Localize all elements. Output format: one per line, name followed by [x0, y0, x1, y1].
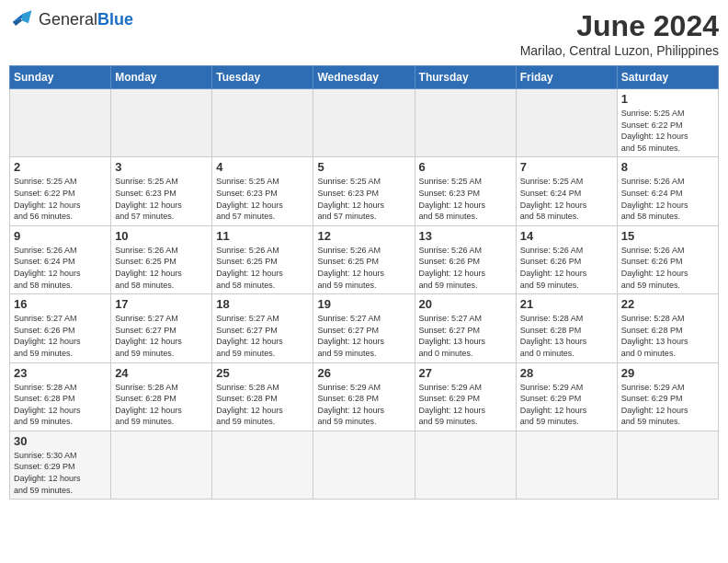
day-info: Sunrise: 5:28 AM Sunset: 6:28 PM Dayligh… [520, 313, 613, 359]
calendar-cell [516, 89, 617, 157]
calendar-cell: 6Sunrise: 5:25 AM Sunset: 6:23 PM Daylig… [415, 157, 516, 225]
calendar-cell: 13Sunrise: 5:26 AM Sunset: 6:26 PM Dayli… [415, 225, 516, 293]
day-number: 14 [520, 229, 613, 243]
day-info: Sunrise: 5:27 AM Sunset: 6:27 PM Dayligh… [317, 313, 410, 359]
day-number: 5 [317, 160, 410, 174]
day-number: 22 [621, 297, 714, 311]
weekday-header-thursday: Thursday [415, 66, 516, 89]
day-number: 9 [14, 229, 107, 243]
day-info: Sunrise: 5:26 AM Sunset: 6:26 PM Dayligh… [520, 245, 613, 291]
calendar-cell: 11Sunrise: 5:26 AM Sunset: 6:25 PM Dayli… [212, 225, 313, 293]
day-info: Sunrise: 5:26 AM Sunset: 6:24 PM Dayligh… [14, 245, 107, 291]
calendar-cell: 25Sunrise: 5:28 AM Sunset: 6:28 PM Dayli… [212, 362, 313, 431]
calendar-cell: 4Sunrise: 5:25 AM Sunset: 6:23 PM Daylig… [212, 157, 313, 225]
day-info: Sunrise: 5:29 AM Sunset: 6:29 PM Dayligh… [419, 382, 512, 428]
day-number: 19 [317, 297, 410, 311]
day-number: 28 [520, 366, 613, 380]
calendar-cell: 14Sunrise: 5:26 AM Sunset: 6:26 PM Dayli… [516, 225, 617, 293]
day-info: Sunrise: 5:25 AM Sunset: 6:22 PM Dayligh… [14, 176, 107, 222]
calendar-week-3: 9Sunrise: 5:26 AM Sunset: 6:24 PM Daylig… [10, 225, 719, 293]
calendar-week-5: 23Sunrise: 5:28 AM Sunset: 6:28 PM Dayli… [10, 362, 719, 431]
calendar-cell: 12Sunrise: 5:26 AM Sunset: 6:25 PM Dayli… [313, 225, 415, 293]
calendar-cell: 27Sunrise: 5:29 AM Sunset: 6:29 PM Dayli… [415, 362, 516, 431]
calendar-cell [313, 431, 415, 499]
title-block: June 2024 Marilao, Central Luzon, Philip… [520, 9, 719, 58]
calendar-cell: 3Sunrise: 5:25 AM Sunset: 6:23 PM Daylig… [111, 157, 212, 225]
calendar-cell [516, 431, 617, 499]
calendar-cell: 30Sunrise: 5:30 AM Sunset: 6:29 PM Dayli… [10, 431, 111, 499]
calendar-cell [415, 431, 516, 499]
day-number: 23 [14, 366, 107, 380]
logo-icon [9, 9, 35, 29]
calendar-cell [111, 431, 212, 499]
calendar-cell: 16Sunrise: 5:27 AM Sunset: 6:26 PM Dayli… [10, 294, 111, 362]
weekday-header-row: SundayMondayTuesdayWednesdayThursdayFrid… [10, 66, 719, 89]
weekday-header-sunday: Sunday [10, 66, 111, 89]
calendar-cell [415, 89, 516, 157]
day-info: Sunrise: 5:26 AM Sunset: 6:25 PM Dayligh… [115, 245, 208, 291]
day-info: Sunrise: 5:28 AM Sunset: 6:28 PM Dayligh… [216, 382, 309, 428]
calendar-body: 1Sunrise: 5:25 AM Sunset: 6:22 PM Daylig… [10, 89, 719, 500]
day-number: 25 [216, 366, 309, 380]
svg-marker-1 [22, 10, 31, 23]
day-number: 12 [317, 229, 410, 243]
day-number: 4 [216, 160, 309, 174]
weekday-header-friday: Friday [516, 66, 617, 89]
day-number: 21 [520, 297, 613, 311]
day-number: 17 [115, 297, 208, 311]
day-info: Sunrise: 5:26 AM Sunset: 6:25 PM Dayligh… [216, 245, 309, 291]
day-number: 16 [14, 297, 107, 311]
calendar-cell: 10Sunrise: 5:26 AM Sunset: 6:25 PM Dayli… [111, 225, 212, 293]
day-info: Sunrise: 5:25 AM Sunset: 6:23 PM Dayligh… [419, 176, 512, 222]
day-info: Sunrise: 5:29 AM Sunset: 6:28 PM Dayligh… [317, 382, 410, 428]
calendar-cell [111, 89, 212, 157]
calendar-cell: 18Sunrise: 5:27 AM Sunset: 6:27 PM Dayli… [212, 294, 313, 362]
calendar-cell [212, 431, 313, 499]
day-info: Sunrise: 5:27 AM Sunset: 6:27 PM Dayligh… [115, 313, 208, 359]
day-number: 15 [621, 229, 714, 243]
calendar-cell: 15Sunrise: 5:26 AM Sunset: 6:26 PM Dayli… [617, 225, 718, 293]
calendar-cell: 29Sunrise: 5:29 AM Sunset: 6:29 PM Dayli… [617, 362, 718, 431]
day-info: Sunrise: 5:27 AM Sunset: 6:27 PM Dayligh… [216, 313, 309, 359]
weekday-header-monday: Monday [111, 66, 212, 89]
day-info: Sunrise: 5:26 AM Sunset: 6:26 PM Dayligh… [621, 245, 714, 291]
day-info: Sunrise: 5:26 AM Sunset: 6:26 PM Dayligh… [419, 245, 512, 291]
calendar-cell: 8Sunrise: 5:26 AM Sunset: 6:24 PM Daylig… [617, 157, 718, 225]
day-number: 11 [216, 229, 309, 243]
day-info: Sunrise: 5:29 AM Sunset: 6:29 PM Dayligh… [621, 382, 714, 428]
day-number: 30 [14, 434, 107, 448]
day-info: Sunrise: 5:25 AM Sunset: 6:23 PM Dayligh… [216, 176, 309, 222]
calendar-header: SundayMondayTuesdayWednesdayThursdayFrid… [10, 66, 719, 89]
calendar-cell: 24Sunrise: 5:28 AM Sunset: 6:28 PM Dayli… [111, 362, 212, 431]
weekday-header-tuesday: Tuesday [212, 66, 313, 89]
day-number: 3 [115, 160, 208, 174]
day-number: 27 [419, 366, 512, 380]
calendar-cell: 28Sunrise: 5:29 AM Sunset: 6:29 PM Dayli… [516, 362, 617, 431]
calendar-cell [313, 89, 415, 157]
day-info: Sunrise: 5:26 AM Sunset: 6:24 PM Dayligh… [621, 176, 714, 222]
day-info: Sunrise: 5:27 AM Sunset: 6:27 PM Dayligh… [419, 313, 512, 359]
day-number: 2 [14, 160, 107, 174]
calendar-cell: 7Sunrise: 5:25 AM Sunset: 6:24 PM Daylig… [516, 157, 617, 225]
calendar-cell: 26Sunrise: 5:29 AM Sunset: 6:28 PM Dayli… [313, 362, 415, 431]
logo: GeneralBlue [9, 9, 133, 29]
day-info: Sunrise: 5:26 AM Sunset: 6:25 PM Dayligh… [317, 245, 410, 291]
day-info: Sunrise: 5:27 AM Sunset: 6:26 PM Dayligh… [14, 313, 107, 359]
day-number: 10 [115, 229, 208, 243]
day-info: Sunrise: 5:25 AM Sunset: 6:23 PM Dayligh… [317, 176, 410, 222]
calendar-cell [10, 89, 111, 157]
day-number: 7 [520, 160, 613, 174]
day-number: 24 [115, 366, 208, 380]
day-info: Sunrise: 5:30 AM Sunset: 6:29 PM Dayligh… [14, 450, 107, 496]
day-info: Sunrise: 5:28 AM Sunset: 6:28 PM Dayligh… [14, 382, 107, 428]
month-year-title: June 2024 [520, 9, 719, 43]
day-number: 29 [621, 366, 714, 380]
day-number: 6 [419, 160, 512, 174]
calendar-cell: 5Sunrise: 5:25 AM Sunset: 6:23 PM Daylig… [313, 157, 415, 225]
day-info: Sunrise: 5:25 AM Sunset: 6:22 PM Dayligh… [621, 108, 714, 154]
calendar-week-2: 2Sunrise: 5:25 AM Sunset: 6:22 PM Daylig… [10, 157, 719, 225]
day-number: 1 [621, 92, 714, 106]
day-number: 20 [419, 297, 512, 311]
day-info: Sunrise: 5:29 AM Sunset: 6:29 PM Dayligh… [520, 382, 613, 428]
day-info: Sunrise: 5:28 AM Sunset: 6:28 PM Dayligh… [115, 382, 208, 428]
